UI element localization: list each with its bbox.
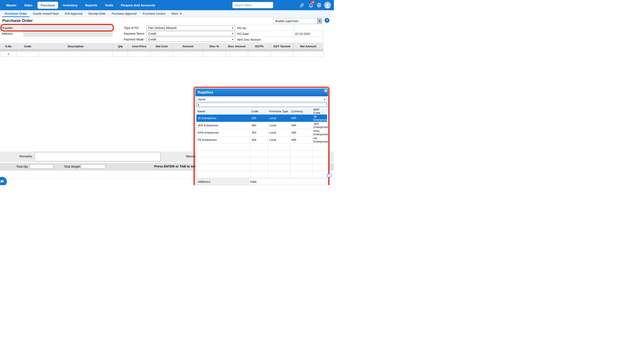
supplier-code: 360 [250, 122, 268, 129]
items-col-cost-price: Cost Price [128, 44, 150, 50]
nav-item-tools[interactable]: Tools [102, 2, 116, 9]
empty-cell [250, 171, 268, 178]
supplier-erp-code: JKR Enterprises [312, 122, 327, 129]
supplier-row[interactable]: PK Enterprises 354 Local INR PK Enterpri… [196, 136, 327, 144]
tab-gin-approval[interactable]: GIN Approval [62, 10, 86, 17]
empty-cell [196, 150, 250, 157]
supplier-empty-row [196, 157, 327, 164]
tab-purchase-invoice[interactable]: Purchase Invoice [140, 10, 168, 17]
press-enter-hint: Press ENTER or TAB to sele [154, 164, 197, 168]
printer-icon[interactable] [316, 2, 322, 8]
supplier-purchase-type: Local [268, 136, 290, 144]
address-input[interactable] [24, 31, 113, 37]
suppliers-col-code: Code [250, 108, 268, 114]
payment-mode-value: Credit [148, 38, 156, 41]
empty-cell [268, 164, 290, 171]
tab-label: Goods Inward Note [33, 12, 59, 15]
empty-cell [250, 164, 268, 171]
suppliers-popup: Suppliers x Name Name Code Purchase Type… [195, 88, 328, 185]
supplier-erp-code: KPN Enterprises [312, 129, 327, 136]
supplier-purchase-type: Local [268, 122, 290, 129]
items-col-gst-pct: GST% [248, 44, 271, 50]
items-cell-gst-taxamt[interactable] [271, 51, 293, 57]
supplier-erp-code: JK Enterprises [312, 114, 327, 122]
items-cell-disc-pct[interactable] [203, 51, 226, 57]
empty-cell [312, 150, 327, 157]
company-selector-value: khabib supermart [274, 18, 317, 24]
po-info-grid: PO No PO Date 22-10-2025 Item Disc Amoun… [236, 25, 323, 42]
supplier-input[interactable] [24, 25, 113, 31]
items-cell-disc-amount[interactable] [226, 51, 248, 57]
items-cell-cost-price[interactable] [128, 51, 150, 57]
supplier-address-bar: Address1 India [196, 178, 327, 185]
empty-cell [290, 144, 312, 150]
items-cell-net-amount[interactable] [293, 51, 323, 57]
empty-cell [290, 150, 312, 157]
search-menu-input[interactable] [232, 2, 273, 8]
suppliers-table: Name Code Purchase Type Currency ERP Cod… [196, 108, 327, 178]
message-label: Messa [186, 154, 195, 158]
nav-item-reports[interactable]: Reports [82, 2, 100, 9]
close-icon[interactable]: x [324, 89, 327, 92]
supplier-row[interactable]: JK Enterprises 355 Local INR JK Enterpri… [196, 114, 327, 122]
items-cell-sno[interactable]: 1 [0, 51, 16, 57]
avatar[interactable] [324, 2, 331, 8]
brush-icon[interactable] [300, 2, 304, 8]
type-of-po-select[interactable]: Part Delivery Allowed [146, 25, 235, 30]
empty-cell [268, 171, 290, 178]
supplier-search-input[interactable] [196, 102, 327, 107]
nav-item-inventory[interactable]: Inventory [60, 2, 80, 9]
chat-button[interactable] [0, 177, 7, 185]
empty-cell [290, 164, 312, 171]
chevron-down-icon [318, 20, 321, 22]
remarks-label: Remarks [15, 154, 32, 158]
supplier-row[interactable]: JKR Enterprises 360 Local INR JKR Enterp… [196, 122, 327, 129]
suppliers-header-row: Name Code Purchase Type Currency ERP Cod… [196, 108, 327, 114]
items-cell-gst-pct[interactable] [248, 51, 271, 57]
items-cell-qty[interactable] [113, 51, 128, 57]
items-row: 1 [0, 51, 323, 57]
tab-more[interactable]: More [168, 10, 185, 17]
payment-mode-select[interactable]: Credit [146, 37, 235, 42]
empty-cell [312, 144, 327, 150]
popup-title: Suppliers [198, 90, 213, 94]
items-col-code: Code [16, 44, 39, 50]
supplier-empty-row [196, 150, 327, 157]
purchase-tab-bar: Purchase Order Goods Inward Note GIN App… [0, 10, 334, 17]
items-col-disc-amount: Disc Amount [226, 44, 248, 50]
items-cell-description[interactable] [39, 51, 113, 57]
supplier-empty-row [196, 144, 327, 150]
company-selector[interactable]: khabib supermart [274, 18, 322, 24]
nav-item-sales[interactable]: Sales [21, 2, 35, 9]
company-selector-button[interactable] [317, 18, 322, 24]
tab-label: Receipt Note [88, 12, 106, 15]
help-button[interactable]: ? [324, 18, 330, 23]
supplier-code: 354 [250, 136, 268, 144]
filter-field-value: Name [198, 98, 206, 101]
total-weight-input[interactable] [81, 164, 105, 169]
payment-terms-select[interactable]: Credit [146, 31, 235, 36]
address1-value: India [249, 178, 327, 185]
chevron-down-icon [180, 13, 182, 14]
nav-item-purchase[interactable]: Purchase [38, 2, 58, 9]
items-col-amount: Amount [173, 44, 203, 50]
tab-purchase-approval[interactable]: Purchase Approval [108, 10, 140, 17]
tab-goods-inward-note[interactable]: Goods Inward Note [30, 10, 62, 17]
supplier-row[interactable]: KPN Enterprises 353 Local INR KPN Enterp… [196, 129, 327, 136]
notification-badge: 13 [311, 1, 315, 4]
remarks-textarea[interactable] [35, 152, 160, 161]
nav-item-finance-and-accounts[interactable]: Finance And Accounts [118, 2, 158, 9]
items-cell-code[interactable] [16, 51, 39, 57]
po-no-label: PO No [237, 26, 246, 30]
items-spacer-row [0, 50, 323, 51]
tab-receipt-note[interactable]: Receipt Note [86, 10, 108, 17]
payment-terms-label: Payment Terms [124, 32, 144, 35]
tab-purchase-order[interactable]: Purchase Order [2, 10, 30, 17]
empty-cell [196, 164, 250, 171]
total-qty-input[interactable] [30, 164, 54, 169]
items-cell-net-cost[interactable] [150, 51, 173, 57]
items-cell-amount[interactable] [173, 51, 203, 57]
nav-item-master[interactable]: Master [4, 2, 19, 9]
items-col-qty: Qty [113, 44, 128, 50]
filter-field-select[interactable]: Name [196, 97, 327, 102]
